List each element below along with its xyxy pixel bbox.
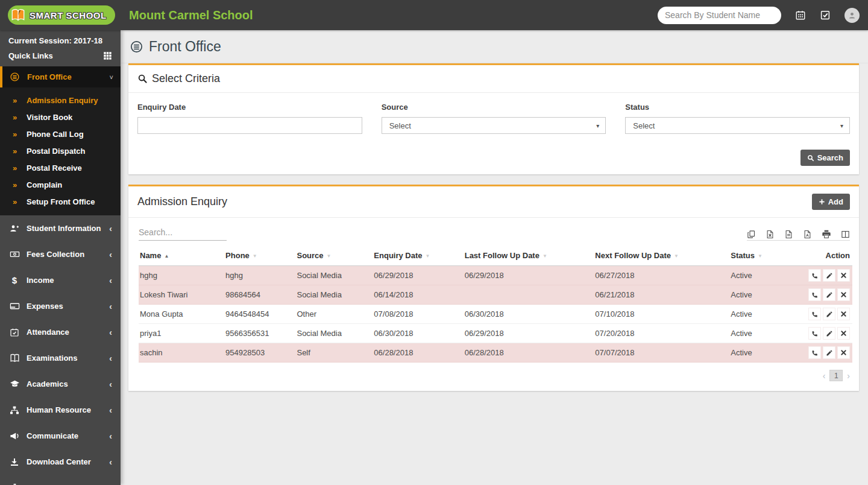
- logo-pill: SMART SCHOOL: [8, 5, 115, 25]
- pagination-next[interactable]: ›: [847, 371, 850, 381]
- table-row: priya19566356531Social Media06/30/201806…: [139, 324, 852, 343]
- delete-action-button[interactable]: [837, 288, 850, 301]
- dollar-icon: $: [9, 275, 20, 285]
- download-icon: [9, 457, 20, 467]
- table-row: Lokesh Tiwari98684564Social Media06/14/2…: [139, 285, 852, 305]
- calendar-icon[interactable]: [795, 10, 806, 21]
- csv-icon[interactable]: [784, 230, 793, 239]
- admission-enquiry-panel: Admission Enquiry Add: [128, 185, 859, 391]
- table-header-row: Name▲ Phone▼ Source▼ Enquiry Date▼ Last …: [139, 246, 852, 266]
- cell-action: [787, 343, 852, 363]
- cell-next-follow-up: 07/20/2018: [594, 324, 729, 343]
- cell-status: Active: [729, 285, 787, 305]
- sidebar-subitem-setup-front-office[interactable]: » Setup Front Office: [0, 193, 121, 210]
- sidebar-subitem-complain[interactable]: » Complain: [0, 176, 121, 193]
- sidebar-item-attendance[interactable]: Attendance ‹: [0, 319, 121, 345]
- table-row: Mona Gupta9464548454Other07/08/201806/30…: [139, 305, 852, 324]
- edit-action-button[interactable]: [823, 346, 835, 359]
- enquiry-date-label: Enquiry Date: [137, 103, 362, 112]
- cell-last-follow-up: 06/28/2018: [464, 343, 594, 363]
- cell-phone: 98684564: [224, 285, 295, 305]
- sidebar-item-homework[interactable]: Homework ‹: [0, 475, 121, 485]
- delete-action-button[interactable]: [837, 269, 850, 282]
- column-header-status[interactable]: Status▼: [729, 246, 787, 266]
- column-header-source[interactable]: Source▼: [295, 246, 373, 266]
- source-select[interactable]: Select ▾: [382, 117, 606, 134]
- search-button[interactable]: Search: [800, 150, 850, 166]
- cell-status: Active: [729, 305, 787, 324]
- chevron-left-icon: ‹: [109, 483, 112, 485]
- double-chevron-icon: »: [13, 163, 27, 173]
- sidebar-subitem-phone-call-log[interactable]: » Phone Call Log: [0, 125, 121, 142]
- call-action-button[interactable]: [808, 327, 821, 340]
- delete-action-button[interactable]: [837, 346, 850, 359]
- print-icon[interactable]: [822, 229, 831, 239]
- edit-action-button[interactable]: [823, 288, 835, 301]
- sort-desc-icon: ▼: [542, 253, 547, 259]
- columns-icon[interactable]: [841, 230, 850, 239]
- column-header-name[interactable]: Name▲: [139, 246, 224, 266]
- column-header-last-follow-up[interactable]: Last Follow Up Date▼: [464, 246, 594, 266]
- call-action-button[interactable]: [808, 288, 821, 301]
- sidebar-item-examinations[interactable]: Examinations ‹: [0, 345, 121, 371]
- book-logo-icon: [10, 7, 26, 23]
- sidebar-item-academics[interactable]: Academics ‹: [0, 371, 121, 397]
- app-logo[interactable]: SMART SCHOOL: [0, 5, 121, 25]
- sidebar-subitem-admission-enquiry[interactable]: » Admission Enquiry: [0, 92, 121, 109]
- avatar[interactable]: [844, 8, 860, 23]
- status-select[interactable]: Select ▾: [625, 117, 850, 134]
- sidebar-item-human-resource[interactable]: Human Resource ‹: [0, 397, 121, 423]
- double-chevron-icon: »: [13, 96, 27, 105]
- cell-name: priya1: [139, 324, 224, 343]
- tasks-icon[interactable]: [820, 10, 831, 21]
- credit-card-icon: [9, 301, 20, 311]
- front-office-icon: [10, 72, 20, 82]
- sidebar-item-fees-collection[interactable]: Fees Collection ‹: [0, 241, 121, 267]
- cell-enquiry-date: 06/28/2018: [373, 343, 463, 363]
- quick-links-label: Quick Links: [8, 51, 53, 60]
- sitemap-icon: [9, 405, 20, 415]
- sidebar-item-income[interactable]: $ Income ‹: [0, 267, 121, 293]
- cell-next-follow-up: 06/27/2018: [594, 266, 729, 285]
- pagination-page-1[interactable]: 1: [829, 370, 843, 381]
- enquiry-date-input[interactable]: [137, 117, 362, 134]
- excel-icon[interactable]: [766, 230, 775, 239]
- sidebar-subitem-postal-receive[interactable]: » Postal Receive: [0, 159, 121, 176]
- add-button[interactable]: Add: [812, 194, 850, 210]
- chevron-down-icon: ˅: [110, 74, 113, 81]
- quick-links[interactable]: Quick Links: [0, 47, 121, 66]
- sidebar-item-communicate[interactable]: Communicate ‹: [0, 423, 121, 449]
- copy-icon[interactable]: [747, 230, 756, 239]
- select-caret-icon: ▾: [596, 122, 599, 129]
- column-header-phone[interactable]: Phone▼: [224, 246, 295, 266]
- chevron-left-icon: ‹: [109, 276, 112, 285]
- cell-phone: 954928503: [224, 343, 295, 363]
- edit-action-button[interactable]: [823, 327, 835, 340]
- edit-action-button[interactable]: [823, 308, 835, 320]
- pagination-prev[interactable]: ‹: [823, 371, 826, 381]
- call-action-button[interactable]: [808, 346, 821, 359]
- sidebar-item-front-office[interactable]: Front Office ˅: [0, 66, 121, 87]
- sidebar-subitem-visitor-book[interactable]: » Visitor Book: [0, 109, 121, 125]
- sidebar-subitem-postal-dispatch[interactable]: » Postal Dispatch: [0, 142, 121, 159]
- table-search-input[interactable]: [139, 226, 227, 241]
- graduation-cap-icon: [9, 379, 20, 389]
- delete-action-button[interactable]: [837, 308, 850, 320]
- user-plus-icon: [9, 224, 20, 233]
- current-session-label: Current Session: 2017-18: [0, 30, 121, 47]
- source-label: Source: [382, 103, 606, 112]
- edit-action-button[interactable]: [823, 269, 835, 282]
- pdf-icon[interactable]: [803, 230, 812, 239]
- delete-action-button[interactable]: [837, 327, 850, 340]
- money-icon: [9, 249, 20, 259]
- column-header-enquiry-date[interactable]: Enquiry Date▼: [373, 246, 463, 266]
- call-action-button[interactable]: [808, 308, 821, 320]
- student-search-box: [658, 7, 781, 24]
- cell-action: [787, 285, 852, 305]
- sidebar-item-download-center[interactable]: Download Center ‹: [0, 449, 121, 475]
- column-header-next-follow-up[interactable]: Next Follow Up Date▼: [594, 246, 729, 266]
- call-action-button[interactable]: [808, 269, 821, 282]
- sidebar-item-expenses[interactable]: Expenses ‹: [0, 293, 121, 319]
- sidebar-item-student-information[interactable]: Student Information ‹: [0, 215, 121, 241]
- student-search-input[interactable]: [665, 10, 774, 20]
